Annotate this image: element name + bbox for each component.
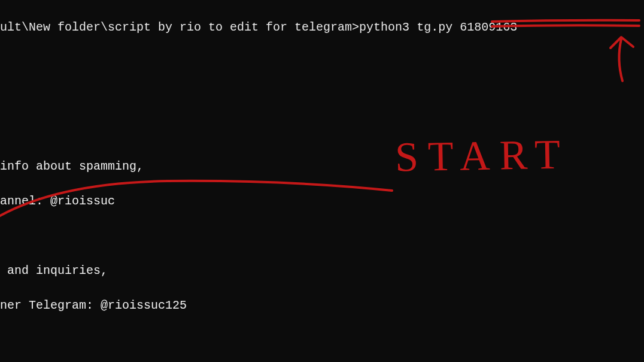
command-text: python3 tg.py 61809163 — [359, 20, 517, 34]
terminal-output: ult\New folder\script by rio to edit for… — [0, 0, 644, 362]
blank-line — [0, 331, 644, 349]
inquiry-line-1: and inquiries, — [0, 262, 644, 279]
info-line-1: info about spamming, — [0, 158, 644, 175]
prompt-path: ult\New folder\script by rio to edit for… — [0, 20, 359, 34]
command-prompt-line[interactable]: ult\New folder\script by rio to edit for… — [0, 19, 644, 36]
inquiry-line-2: ner Telegram: @rioissuc125 — [0, 297, 644, 314]
blank-line — [0, 227, 644, 245]
blank-line — [0, 88, 644, 105]
blank-line — [0, 53, 644, 71]
blank-line — [0, 123, 644, 140]
info-line-2: annel: @rioissuc — [0, 192, 644, 210]
